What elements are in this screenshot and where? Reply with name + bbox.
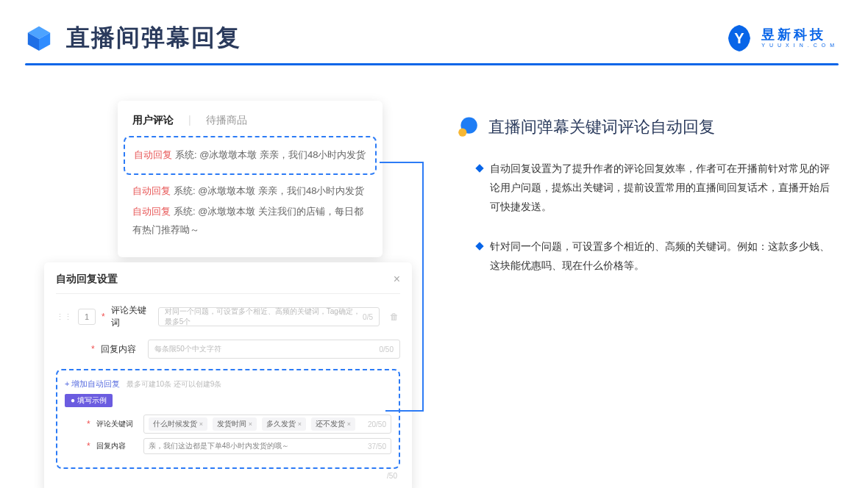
auto-reply-tag: 自动回复 — [134, 149, 172, 160]
settings-title: 自动回复设置 — [56, 273, 118, 286]
diamond-icon — [475, 164, 483, 172]
required-marker: * — [91, 344, 95, 354]
example-keyword-row: * 评论关键词 什么时候发货× 发货时间× 多久发货× 还不发货× 20/50 — [65, 415, 391, 434]
chat-bubble-icon — [456, 115, 480, 139]
chip-remove-icon[interactable]: × — [199, 420, 203, 428]
required-marker: * — [87, 441, 90, 451]
auto-reply-tag: 自动回复 — [132, 206, 171, 217]
close-icon[interactable]: × — [394, 273, 400, 286]
row-number: 1 — [78, 309, 96, 325]
chip-text: 发货时间 — [217, 419, 246, 429]
reply-row: * 回复内容 每条限50个中文字符0/50 — [56, 340, 400, 359]
ex-reply-label: 回复内容 — [96, 441, 138, 451]
connector-line — [380, 162, 424, 163]
description-panel: 直播间弹幕关键词评论自动回复 自动回复设置为了提升作者的评论回复效率，作者可在开… — [456, 101, 839, 483]
reply-label: 回复内容 — [101, 343, 142, 356]
page-title: 直播间弹幕回复 — [66, 22, 241, 54]
bullet-text: 针对同一个问题，可设置多个相近的、高频的关键词。例如：这款多少钱、这块能优惠吗、… — [490, 237, 839, 276]
chips-wrap: 什么时候发货× 发货时间× 多久发货× 还不发货× — [149, 417, 358, 431]
tab-pending-goods[interactable]: 待播商品 — [206, 114, 247, 127]
chip-remove-icon[interactable]: × — [347, 420, 351, 428]
chip-remove-icon[interactable]: × — [249, 420, 252, 428]
brand: Y 昱新科技 YUUXIN.COM — [725, 24, 839, 53]
header: 直播间弹幕回复 Y 昱新科技 YUUXIN.COM — [0, 0, 868, 63]
chip-text: 多久发货 — [266, 419, 296, 429]
tab-separator: | — [188, 114, 191, 127]
chip-text: 还不发货 — [316, 419, 345, 429]
brand-name-cn: 昱新科技 — [761, 28, 839, 43]
title-wrap: 直播间弹幕回复 — [25, 22, 241, 54]
cube-icon — [25, 24, 53, 52]
section-head: 直播间弹幕关键词评论自动回复 — [456, 115, 839, 139]
section-title: 直播间弹幕关键词评论自动回复 — [488, 116, 715, 138]
counter: 20/50 — [368, 420, 386, 428]
ex-keyword-label: 评论关键词 — [96, 419, 138, 429]
reply-input[interactable]: 每条限50个中文字符0/50 — [148, 340, 400, 359]
counter: 37/50 — [368, 442, 386, 451]
brand-text: 昱新科技 YUUXIN.COM — [761, 28, 839, 48]
brand-name-en: YUUXIN.COM — [761, 43, 839, 49]
keyword-chip[interactable]: 还不发货× — [311, 417, 355, 431]
placeholder-text: 对同一个问题，可设置多个相近、高频的关键词，Tag确定，最多5个 — [165, 306, 363, 327]
keyword-chip[interactable]: 发货时间× — [213, 417, 257, 431]
add-hint: 最多可建10条 还可以创建9条 — [127, 380, 221, 388]
comment-row: 自动回复系统: @冰墩墩本墩 关注我们的店铺，每日都有热门推荐呦～ — [132, 201, 368, 240]
ex-keyword-input[interactable]: 什么时候发货× 发货时间× 多久发货× 还不发货× 20/50 — [143, 415, 391, 434]
keyword-row: ⋮⋮ 1 * 评论关键词 对同一个问题，可设置多个相近、高频的关键词，Tag确定… — [56, 304, 400, 329]
comments-card: 用户评论 | 待播商品 自动回复系统: @冰墩墩本墩 亲亲，我们48小时内发货 … — [118, 101, 383, 257]
screenshot-area: 用户评论 | 待播商品 自动回复系统: @冰墩墩本墩 亲亲，我们48小时内发货 … — [44, 101, 427, 483]
brand-logo-icon: Y — [725, 24, 754, 53]
required-marker: * — [87, 419, 90, 429]
placeholder-text: 每条限50个中文字符 — [154, 344, 221, 354]
ex-reply-value: 亲，我们这边都是下单48小时内发货的哦～ — [149, 441, 289, 451]
ex-reply-input[interactable]: 亲，我们这边都是下单48小时内发货的哦～ 37/50 — [143, 438, 391, 454]
tab-user-comments[interactable]: 用户评论 — [132, 114, 174, 127]
highlighted-comment: 自动回复系统: @冰墩墩本墩 亲亲，我们48小时内发货 — [124, 136, 377, 175]
drag-handle-icon[interactable]: ⋮⋮ — [56, 312, 72, 322]
chip-remove-icon[interactable]: × — [298, 420, 302, 428]
tabs: 用户评论 | 待播商品 — [132, 114, 368, 127]
connector-line — [422, 162, 424, 412]
svg-point-5 — [458, 129, 466, 137]
example-box: + 增加自动回复 最多可建10条 还可以创建9条 ● 填写示例 * 评论关键词 … — [56, 369, 400, 469]
counter: 0/50 — [380, 345, 394, 354]
content: 用户评论 | 待播商品 自动回复系统: @冰墩墩本墩 亲亲，我们48小时内发货 … — [0, 65, 868, 483]
settings-header: 自动回复设置 × — [56, 273, 400, 294]
bullet-text: 自动回复设置为了提升作者的评论回复效率，作者可在开播前针对常见的评论用户问题，提… — [490, 159, 839, 217]
example-reply-row: * 回复内容 亲，我们这边都是下单48小时内发货的哦～ 37/50 — [65, 438, 391, 454]
bullet-item: 针对同一个问题，可设置多个相近的、高频的关键词。例如：这款多少钱、这块能优惠吗、… — [456, 237, 839, 276]
keyword-chip[interactable]: 什么时候发货× — [149, 417, 207, 431]
chip-text: 什么时候发货 — [153, 419, 197, 429]
trash-icon[interactable]: 🗑 — [390, 312, 400, 322]
add-auto-reply-link[interactable]: + 增加自动回复 — [65, 379, 120, 388]
required-marker: * — [102, 312, 105, 322]
diamond-icon — [475, 242, 483, 250]
comment-row: 自动回复系统: @冰墩墩本墩 亲亲，我们48小时内发货 — [132, 181, 368, 202]
comment-row: 自动回复系统: @冰墩墩本墩 亲亲，我们48小时内发货 — [134, 145, 366, 166]
comment-text: 系统: @冰墩墩本墩 亲亲，我们48小时内发货 — [175, 149, 366, 160]
keyword-label: 评论关键词 — [111, 304, 152, 329]
bullet-item: 自动回复设置为了提升作者的评论回复效率，作者可在开播前针对常见的评论用户问题，提… — [456, 159, 839, 217]
counter: 0/5 — [363, 313, 373, 321]
connector-line — [385, 410, 424, 412]
comment-text: 系统: @冰墩墩本墩 亲亲，我们48小时内发货 — [174, 185, 365, 196]
settings-card: 自动回复设置 × ⋮⋮ 1 * 评论关键词 对同一个问题，可设置多个相近、高频的… — [44, 262, 412, 488]
svg-text:Y: Y — [735, 30, 745, 46]
outer-counter: /50 — [56, 472, 400, 480]
keyword-chip[interactable]: 多久发货× — [262, 417, 306, 431]
auto-reply-tag: 自动回复 — [132, 185, 171, 196]
keyword-input[interactable]: 对同一个问题，可设置多个相近、高频的关键词，Tag确定，最多5个0/5 — [158, 307, 380, 326]
add-rule-row: + 增加自动回复 最多可建10条 还可以创建9条 — [65, 376, 391, 390]
example-badge: ● 填写示例 — [65, 394, 113, 407]
